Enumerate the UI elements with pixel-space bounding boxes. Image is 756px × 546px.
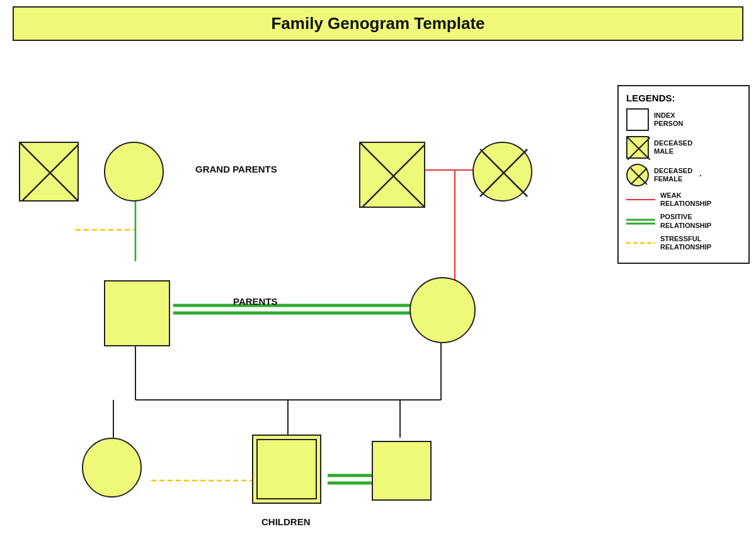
- svg-line-21: [480, 149, 527, 196]
- legend-pos-line: [626, 218, 655, 225]
- legend-pos-label: POSITIVERELATIONSHIP: [660, 213, 711, 229]
- parent-mother: [410, 277, 476, 343]
- legend-box: LEGENDS: INDEXPERSON DECEASEDMALE: [617, 85, 750, 264]
- svg-point-19: [476, 145, 532, 201]
- legend-stress-label: STRESSFULRELATIONSHIP: [660, 235, 711, 251]
- svg-line-17: [360, 143, 424, 207]
- svg-line-15: [20, 143, 77, 200]
- svg-line-18: [360, 143, 424, 207]
- legend-deceased-male: DECEASEDMALE: [626, 136, 741, 159]
- legend-deceased-female-icon: [626, 164, 649, 186]
- svg-line-16: [20, 143, 77, 200]
- legend-deceased-female: DECEASEDFEMALE ·: [626, 164, 741, 186]
- x-svg-male: [627, 137, 650, 160]
- grandparent-right-female: [472, 142, 532, 202]
- legend-weak-label: WEAKRELATIONSHIP: [660, 191, 711, 208]
- legend-deceased-male-icon: [626, 136, 649, 159]
- dot-decoration: ·: [699, 169, 702, 182]
- x-overlay-3: [474, 143, 531, 200]
- stress-line-svg: [626, 239, 655, 247]
- svg-line-20: [480, 149, 527, 196]
- child-right: [372, 441, 432, 501]
- grandparents-label: GRAND PARENTS: [195, 164, 277, 174]
- legend-index-person: INDEXPERSON: [626, 108, 741, 131]
- legend-weak-line: [626, 196, 655, 203]
- legend-weak-rel: WEAKRELATIONSHIP: [626, 191, 741, 208]
- parents-label: PARENTS: [233, 296, 278, 307]
- child-left: [82, 438, 142, 498]
- page-title: Family Genogram Template: [26, 14, 730, 33]
- grandparent-left-female: [104, 142, 164, 202]
- children-label: CHILDREN: [261, 516, 311, 527]
- x-overlay-2: [360, 143, 424, 207]
- legend-deceased-male-label: DECEASEDMALE: [654, 139, 692, 156]
- parent-father: [104, 280, 170, 346]
- x-overlay: [20, 143, 77, 200]
- legend-title: LEGENDS:: [626, 93, 741, 103]
- legend-stress-line: [626, 239, 655, 247]
- legend-pos-rel: POSITIVERELATIONSHIP: [626, 213, 741, 229]
- child-middle: [252, 435, 321, 504]
- title-bar: Family Genogram Template: [13, 6, 743, 41]
- grandparent-right-male: [359, 142, 425, 208]
- weak-line-svg: [626, 196, 655, 203]
- x-svg-female: [627, 165, 650, 188]
- grandparent-left-male: [19, 142, 79, 202]
- legend-index-icon: [626, 108, 649, 131]
- legend-index-label: INDEXPERSON: [654, 111, 683, 128]
- main-content: GRAND PARENTS PARENTS CHILDREN LEGENDS:: [0, 47, 756, 546]
- pos-line-svg: [626, 217, 655, 226]
- legend-stress-rel: STRESSFULRELATIONSHIP: [626, 235, 741, 251]
- legend-deceased-female-label: DECEASEDFEMALE: [654, 167, 692, 183]
